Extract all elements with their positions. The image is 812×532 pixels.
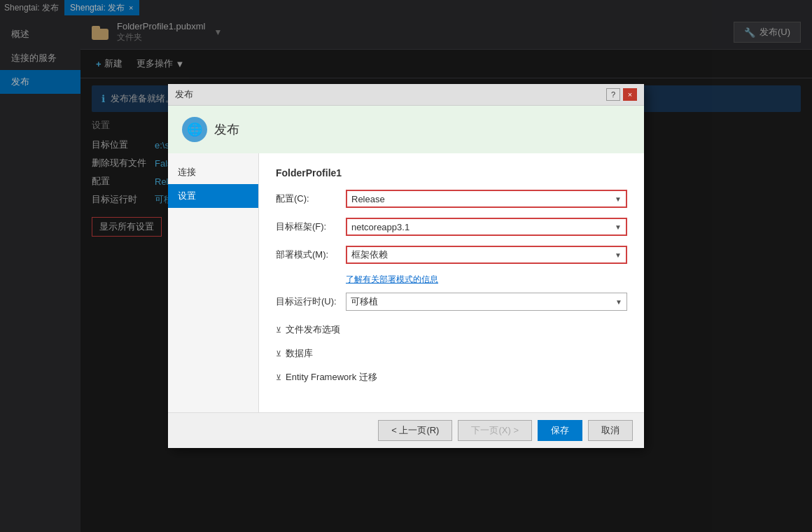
modal-overlay: 发布 ? × 🌐 发布 连接 设置 — [0, 0, 812, 532]
modal-nav: 连接 设置 — [168, 153, 259, 412]
file-publish-section[interactable]: ⊻ 文件发布选项 — [276, 321, 627, 339]
modal-header-area: 🌐 发布 — [168, 106, 644, 153]
modal-body: 连接 设置 FolderProfile1 配置(C): Release ▼ — [168, 153, 644, 412]
framework-dropdown-arrow: ▼ — [615, 223, 622, 231]
config-value: Release — [351, 194, 385, 204]
section-label-file: 文件发布选项 — [286, 323, 340, 336]
modal-titlebar: 发布 ? × — [168, 84, 644, 106]
form-row-config: 配置(C): Release ▼ — [276, 190, 627, 208]
publish-modal: 发布 ? × 🌐 发布 连接 设置 — [168, 84, 644, 448]
help-icon: ? — [611, 90, 615, 99]
database-section[interactable]: ⊻ 数据库 — [276, 344, 627, 363]
deploy-dropdown-arrow: ▼ — [615, 251, 622, 259]
expand-icon-file: ⊻ — [276, 326, 281, 335]
framework-select[interactable]: netcoreapp3.1 ▼ — [346, 218, 627, 236]
modal-controls: ? × — [606, 88, 637, 101]
close-icon: × — [628, 90, 632, 99]
framework-value: netcoreapp3.1 — [351, 222, 410, 232]
modal-title: 发布 — [175, 88, 193, 101]
modal-help-button[interactable]: ? — [606, 88, 620, 101]
section-label-db: 数据库 — [286, 347, 313, 360]
deploy-link[interactable]: 了解有关部署模式的信息 — [346, 274, 627, 286]
modal-nav-connect[interactable]: 连接 — [168, 160, 258, 184]
cancel-button[interactable]: 取消 — [588, 420, 633, 441]
modal-footer: < 上一页(R) 下一页(X) > 保存 取消 — [168, 412, 644, 448]
runtime-label: 目标运行时(U): — [276, 295, 346, 308]
deploy-select[interactable]: 框架依赖 ▼ — [346, 246, 627, 264]
save-button[interactable]: 保存 — [538, 420, 582, 441]
profile-name: FolderProfile1 — [276, 167, 627, 178]
config-dropdown-arrow: ▼ — [615, 195, 622, 203]
framework-label: 目标框架(F): — [276, 220, 346, 233]
expand-icon-ef: ⊻ — [276, 373, 281, 382]
ef-migration-section[interactable]: ⊻ Entity Framework 迁移 — [276, 368, 627, 386]
config-label: 配置(C): — [276, 192, 346, 205]
globe-icon: 🌐 — [182, 117, 207, 142]
expand-icon-db: ⊻ — [276, 349, 281, 358]
runtime-select[interactable]: 可移植 ▼ — [346, 293, 627, 311]
form-row-runtime: 目标运行时(U): 可移植 ▼ — [276, 293, 627, 311]
modal-header-title: 发布 — [214, 121, 239, 138]
next-button[interactable]: 下一页(X) > — [458, 420, 532, 441]
deploy-label: 部署模式(M): — [276, 248, 346, 261]
deploy-value: 框架依赖 — [351, 248, 388, 261]
runtime-dropdown-arrow: ▼ — [615, 298, 622, 306]
section-label-ef: Entity Framework 迁移 — [286, 371, 377, 384]
runtime-value: 可移植 — [351, 295, 378, 308]
form-row-framework: 目标框架(F): netcoreapp3.1 ▼ — [276, 218, 627, 236]
modal-main-content: FolderProfile1 配置(C): Release ▼ 目标框架(F):… — [259, 153, 644, 412]
modal-nav-settings[interactable]: 设置 — [168, 184, 258, 208]
config-select[interactable]: Release ▼ — [346, 190, 627, 208]
back-button[interactable]: < 上一页(R) — [378, 420, 452, 441]
modal-close-button[interactable]: × — [623, 88, 637, 101]
form-row-deploy: 部署模式(M): 框架依赖 ▼ — [276, 246, 627, 264]
